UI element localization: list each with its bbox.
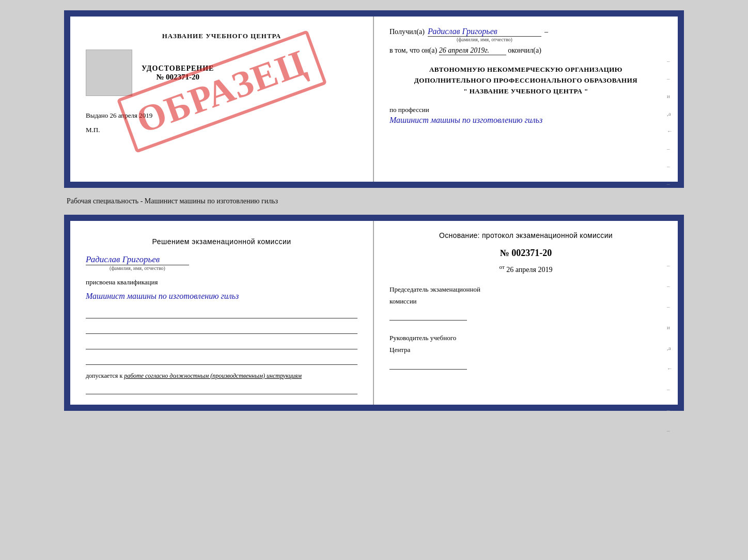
top-cert-left: НАЗВАНИЕ УЧЕБНОГО ЦЕНТРА УДОСТОВЕРЕНИЕ №…	[70, 17, 374, 182]
stamp-box	[86, 50, 132, 96]
date-value: 26 апреля 2019г.	[439, 46, 506, 55]
separator-text: Рабочая специальность - Машинист машины …	[64, 197, 684, 205]
certificate-bottom: Решением экзаменационной комиссии Радисл…	[64, 215, 684, 411]
bot-allowed-val: работе согласно должностным (производств…	[124, 372, 302, 379]
date-suffix: окончил(а)	[508, 46, 541, 54]
underline-4	[86, 355, 357, 365]
bot-right-side-labels: – – – и ,а ← – – –	[667, 262, 673, 434]
right-side-labels: – – и ,а ← – – –	[667, 58, 673, 187]
date-line: в том, что он(а) 26 апреля 2019г. окончи…	[389, 46, 662, 55]
bot-basis: Основание: протокол экзаменационной коми…	[389, 231, 662, 239]
profession-prefix: по профессии	[389, 106, 662, 114]
chairman-sig-line	[389, 311, 662, 324]
org-line1: АВТОНОМНУЮ НЕКОММЕРЧЕСКУЮ ОРГАНИЗАЦИЮ	[389, 65, 662, 75]
chairman-line2: комиссии	[389, 295, 662, 307]
underline-3	[86, 339, 357, 349]
bot-allowed: допускается к работе согласно должностны…	[86, 372, 357, 380]
bot-head-block: Руководитель учебного Центра	[389, 332, 662, 373]
mp-line: М.П.	[86, 126, 357, 134]
sig-line-2	[389, 360, 467, 370]
top-cert-right: Получил(а) Радислав Григорьев (фамилия, …	[374, 17, 678, 182]
bot-fio-label: (фамилия, имя, отчество)	[86, 265, 189, 271]
org-line2: ДОПОЛНИТЕЛЬНОГО ПРОФЕССИОНАЛЬНОГО ОБРАЗО…	[389, 75, 662, 86]
bot-qualification: Машинист машины по изготовлению гильз	[86, 290, 357, 303]
vibrano-prefix: Выдано	[86, 111, 108, 119]
udost-label: УДОСТОВЕРЕНИЕ	[142, 65, 214, 73]
received-prefix: Получил(а)	[389, 28, 425, 36]
chairman-line1: Председатель экзаменационной	[389, 283, 662, 295]
received-line: Получил(а) Радислав Григорьев (фамилия, …	[389, 27, 662, 42]
org-block: АВТОНОМНУЮ НЕКОММЕРЧЕСКУЮ ОРГАНИЗАЦИЮ ДО…	[389, 65, 662, 97]
underline-2	[86, 324, 357, 334]
bot-assigned: присвоена квалификация	[86, 278, 357, 286]
underline-1	[86, 308, 357, 318]
top-left-title: НАЗВАНИЕ УЧЕБНОГО ЦЕНТРА	[86, 32, 357, 40]
bottom-cert-left: Решением экзаменационной комиссии Радисл…	[70, 221, 374, 405]
org-line3: " НАЗВАНИЕ УЧЕБНОГО ЦЕНТРА "	[389, 86, 662, 97]
head-sig-line	[389, 360, 662, 373]
dash: –	[544, 28, 548, 36]
bot-number: № 002371-20	[389, 248, 662, 259]
certificate-top: НАЗВАНИЕ УЧЕБНОГО ЦЕНТРА УДОСТОВЕРЕНИЕ №…	[64, 10, 684, 188]
bot-allowed-prefix: допускается к	[86, 372, 122, 379]
udost-number: № 002371-20	[142, 73, 214, 82]
stamp-area: УДОСТОВЕРЕНИЕ № 002371-20	[86, 50, 357, 96]
underline-final	[86, 384, 357, 394]
bot-name-wrapper: Радислав Григорьев (фамилия, имя, отчест…	[86, 254, 189, 271]
date-prefix: в том, что он(а)	[389, 46, 437, 54]
bot-date-prefix: от	[500, 264, 505, 270]
profession-block: по профессии Машинист машины по изготовл…	[389, 106, 662, 126]
bottom-cert-right: Основание: протокол экзаменационной коми…	[374, 221, 678, 405]
vibrano-date: 26 апреля 2019	[110, 111, 153, 119]
bot-date-value: 26 апреля 2019	[506, 266, 552, 274]
head-line2: Центра	[389, 344, 662, 356]
sig-line-1	[389, 311, 467, 321]
bot-date-line: от 26 апреля 2019	[389, 264, 662, 274]
bot-chairman-block: Председатель экзаменационной комиссии	[389, 283, 662, 325]
received-name: Радислав Григорьев	[428, 27, 541, 37]
udost-block: УДОСТОВЕРЕНИЕ № 002371-20	[142, 65, 214, 82]
profession-name: Машинист машины по изготовлению гильз	[389, 114, 662, 126]
head-line1: Руководитель учебного	[389, 332, 662, 344]
bot-name: Радислав Григорьев	[86, 254, 189, 265]
bot-decision: Решением экзаменационной комиссии	[86, 236, 357, 247]
bot-underlines	[86, 308, 357, 365]
fio-label: (фамилия, имя, отчество)	[428, 37, 541, 42]
vibrano-line: Выдано 26 апреля 2019	[86, 111, 357, 120]
